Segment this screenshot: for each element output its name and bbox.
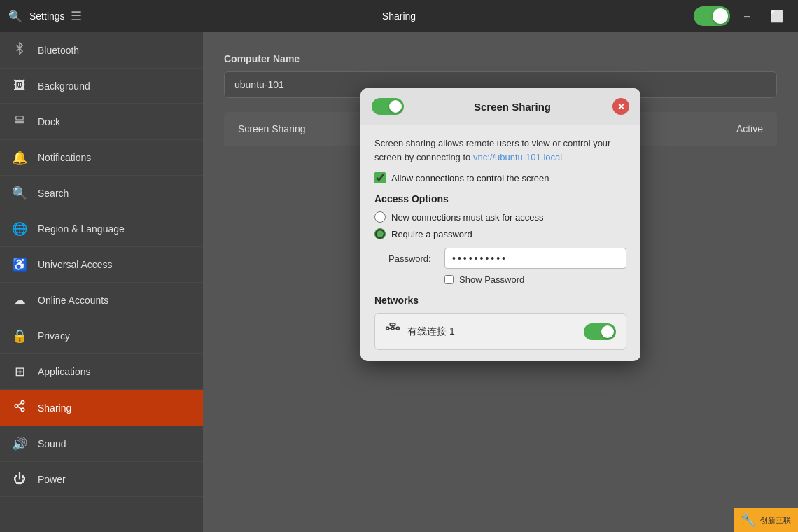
sidebar-item-applications[interactable]: ⊞ Applications	[0, 354, 203, 390]
sidebar-item-search[interactable]: 🔍 Search	[0, 176, 203, 211]
svg-point-2	[21, 401, 24, 405]
sidebar-item-label: Bluetooth	[38, 45, 79, 56]
restore-button[interactable]: ⬜	[764, 7, 790, 26]
sidebar-item-label: Search	[38, 188, 69, 199]
sidebar-item-label: Dock	[38, 116, 60, 127]
password-input[interactable]	[444, 248, 626, 269]
password-label: Password:	[388, 253, 438, 264]
dialog-title: Screen Sharing	[412, 101, 612, 113]
privacy-icon: 🔒	[11, 328, 28, 344]
dialog-header: Screen Sharing ✕	[360, 88, 640, 125]
access-options-title: Access Options	[374, 193, 626, 204]
titlebar: 🔍 Settings ☰ Sharing – ⬜	[0, 0, 798, 32]
dialog-toggle-knob	[389, 100, 402, 113]
network-name: 有线连接 1	[407, 326, 584, 338]
search-icon: 🔍	[8, 10, 22, 23]
radio-ask-label: New connections must ask for access	[391, 212, 543, 223]
svg-point-3	[15, 405, 18, 408]
notifications-icon: 🔔	[11, 150, 28, 165]
sidebar-item-sound[interactable]: 🔊 Sound	[0, 426, 203, 462]
sidebar-item-label: Sharing	[38, 402, 71, 414]
networks-title: Networks	[374, 295, 626, 306]
sidebar-item-label: Notifications	[38, 152, 91, 163]
show-password-label: Show Password	[459, 274, 524, 285]
sidebar-item-background[interactable]: 🖼 Background	[0, 69, 203, 104]
show-password-row: Show Password	[444, 274, 626, 285]
network-toggle[interactable]	[584, 323, 616, 340]
applications-icon: ⊞	[11, 364, 28, 379]
sidebar-item-label: Sound	[38, 438, 66, 449]
svg-rect-7	[386, 327, 389, 330]
sidebar-item-sharing[interactable]: Sharing	[0, 390, 203, 426]
search-sidebar-icon: 🔍	[11, 186, 28, 201]
sidebar: Bluetooth 🖼 Background Dock 🔔 Notificati…	[0, 32, 203, 532]
page-title: Sharing	[382, 10, 416, 22]
svg-rect-9	[397, 327, 400, 330]
sharing-icon	[11, 400, 28, 416]
background-icon: 🖼	[11, 78, 28, 93]
menu-button[interactable]: ☰	[65, 6, 88, 27]
svg-rect-0	[15, 121, 24, 124]
sharing-global-toggle[interactable]	[694, 6, 730, 26]
network-icon	[385, 322, 400, 341]
universal-access-icon: ♿	[11, 257, 28, 272]
sidebar-item-label: Universal Access	[38, 259, 113, 270]
dialog-description: Screen sharing allows remote users to vi…	[374, 136, 626, 164]
radio-ask[interactable]	[374, 211, 386, 223]
radio-password-label: Require a password	[391, 229, 472, 239]
sound-icon: 🔊	[11, 436, 28, 451]
dialog-body: Screen sharing allows remote users to vi…	[360, 125, 640, 361]
dialog-overlay: Screen Sharing ✕ Screen sharing allows r…	[203, 32, 798, 532]
sidebar-item-label: Online Accounts	[38, 295, 108, 306]
svg-rect-8	[391, 327, 394, 330]
sidebar-item-privacy[interactable]: 🔒 Privacy	[0, 318, 203, 354]
app-layout: Bluetooth 🖼 Background Dock 🔔 Notificati…	[0, 32, 798, 532]
toggle-knob	[713, 8, 728, 24]
titlebar-right: – ⬜	[694, 6, 790, 26]
allow-control-row: Allow connections to control the screen	[374, 172, 626, 183]
radio-password[interactable]	[374, 228, 386, 239]
svg-point-4	[21, 408, 24, 412]
sidebar-item-region[interactable]: 🌐 Region & Language	[0, 211, 203, 247]
screen-sharing-dialog: Screen Sharing ✕ Screen sharing allows r…	[360, 88, 640, 361]
svg-line-5	[18, 407, 21, 409]
online-accounts-icon: ☁	[11, 293, 28, 308]
sidebar-item-label: Region & Language	[38, 223, 125, 234]
sidebar-item-bluetooth[interactable]: Bluetooth	[0, 32, 203, 69]
dialog-close-button[interactable]: ✕	[612, 98, 629, 115]
minimize-button[interactable]: –	[738, 7, 756, 25]
power-icon: ⏻	[11, 472, 28, 486]
radio-password-row: Require a password	[374, 228, 626, 239]
dock-icon	[11, 113, 28, 130]
vnc-link[interactable]: vnc://ubuntu-101.local	[473, 152, 562, 162]
svg-line-6	[18, 403, 21, 405]
app-title: Settings	[29, 10, 65, 22]
dialog-toggle[interactable]	[372, 98, 404, 115]
radio-ask-row: New connections must ask for access	[374, 211, 626, 223]
password-row: Password:	[388, 248, 626, 269]
sidebar-item-power[interactable]: ⏻ Power	[0, 462, 203, 497]
sidebar-item-label: Background	[38, 80, 90, 92]
sidebar-item-label: Privacy	[38, 330, 70, 342]
bluetooth-icon	[11, 42, 28, 58]
network-toggle-knob	[601, 326, 614, 338]
network-row: 有线连接 1	[374, 313, 626, 350]
allow-control-label: Allow connections to control the screen	[391, 173, 549, 183]
sidebar-item-universal-access[interactable]: ♿ Universal Access	[0, 247, 203, 283]
svg-rect-1	[16, 116, 24, 120]
sidebar-item-online-accounts[interactable]: ☁ Online Accounts	[0, 283, 203, 318]
sidebar-item-label: Applications	[38, 366, 91, 377]
show-password-checkbox[interactable]	[444, 275, 454, 284]
main-content: Computer Name Screen Sharing Active Scre…	[203, 32, 798, 532]
sidebar-item-dock[interactable]: Dock	[0, 104, 203, 140]
sidebar-item-label: Power	[38, 474, 66, 485]
allow-control-checkbox[interactable]	[374, 172, 386, 183]
region-icon: 🌐	[11, 221, 28, 237]
sidebar-item-notifications[interactable]: 🔔 Notifications	[0, 140, 203, 176]
